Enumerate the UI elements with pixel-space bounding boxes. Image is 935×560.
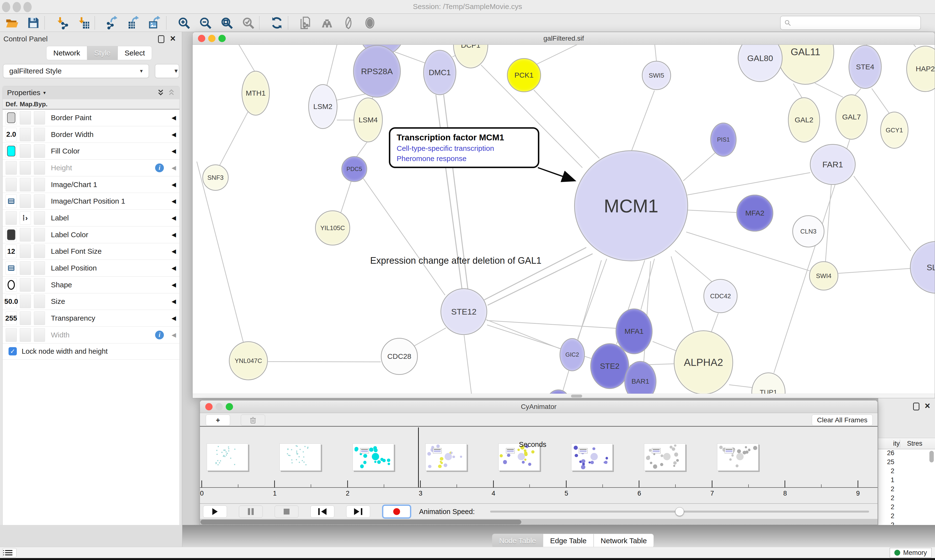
expand-row-icon[interactable]: ◀: [172, 215, 176, 222]
expand-row-icon[interactable]: ◀: [172, 198, 176, 205]
network-edge[interactable]: [395, 52, 428, 65]
network-node-mth1[interactable]: MTH1: [242, 71, 270, 115]
bypass-cell[interactable]: [34, 128, 45, 142]
network-edge[interactable]: [687, 172, 811, 195]
property-row-image-chart-1[interactable]: Image/Chart 1◀: [3, 176, 179, 193]
export-image-icon[interactable]: [148, 16, 162, 30]
tab-node-table[interactable]: Node Table: [492, 534, 543, 548]
network-edge[interactable]: [729, 385, 753, 388]
table-row[interactable]: 1: [878, 476, 935, 485]
bypass-cell[interactable]: [34, 228, 45, 242]
delete-frame-button[interactable]: [241, 414, 265, 426]
network-edge[interactable]: [363, 178, 445, 295]
default-value-cell[interactable]: [6, 261, 17, 275]
network-edge[interactable]: [486, 319, 560, 349]
bypass-cell[interactable]: [34, 161, 45, 175]
network-edge[interactable]: [675, 250, 713, 283]
network-node-hap2[interactable]: HAP2: [906, 46, 935, 92]
tab-select[interactable]: Select: [117, 46, 152, 60]
network-node-ynl047c[interactable]: YNL047C: [229, 341, 268, 380]
export-table-icon[interactable]: [127, 16, 141, 30]
network-node-snf3[interactable]: SNF3: [202, 165, 228, 191]
animation-speed-slider[interactable]: [490, 511, 869, 512]
network-edge[interactable]: [872, 88, 889, 113]
step-back-button[interactable]: [310, 506, 334, 518]
default-value-cell[interactable]: 12: [6, 245, 17, 258]
bypass-cell[interactable]: [34, 278, 45, 292]
network-node-cln3[interactable]: CLN3: [792, 215, 824, 248]
bypass-cell[interactable]: [34, 111, 45, 125]
style-select[interactable]: galFiltered Style ▾: [3, 64, 149, 78]
property-row-width[interactable]: Widthi◀: [3, 327, 179, 343]
zoom-selected-icon[interactable]: [241, 16, 255, 30]
mapping-cell[interactable]: [20, 328, 31, 342]
network-node-swi4[interactable]: SWI4: [809, 261, 838, 291]
mapping-cell[interactable]: [20, 194, 31, 208]
bypass-cell[interactable]: [34, 328, 45, 342]
network-edge[interactable]: [464, 335, 472, 397]
tab-network[interactable]: Network: [46, 46, 87, 60]
table-row[interactable]: 2: [878, 503, 935, 512]
add-frame-button[interactable]: +: [206, 414, 230, 426]
record-button[interactable]: [383, 506, 410, 518]
network-edge[interactable]: [687, 210, 737, 213]
zoom-in-icon[interactable]: [177, 16, 191, 30]
network-canvas[interactable]: DCP1RPS28ADMC1PCK1MTH1LSM2LSM4SNF3PDC5YI…: [193, 45, 935, 398]
network-node-ste4[interactable]: STE4: [849, 45, 882, 89]
network-edge[interactable]: [710, 313, 719, 334]
results-scrollbar[interactable]: [929, 451, 934, 462]
play-button[interactable]: [203, 506, 227, 518]
default-value-cell[interactable]: [6, 228, 17, 242]
property-row-height[interactable]: Heighti◀: [3, 160, 179, 176]
property-row-border-paint[interactable]: Border Paint◀: [3, 109, 179, 126]
frame-thumbnail-6[interactable]: [644, 443, 685, 471]
network-node-mcm1[interactable]: MCM1: [574, 150, 688, 261]
pause-button[interactable]: [239, 506, 263, 518]
frames-timeline[interactable]: 0123456789 Seconds: [200, 428, 878, 503]
network-edge[interactable]: [537, 45, 602, 64]
mapping-cell[interactable]: ⁞›: [20, 211, 31, 225]
frame-thumbnail-2[interactable]: [353, 443, 394, 471]
refresh-icon[interactable]: [270, 16, 284, 30]
info-icon[interactable]: i: [155, 331, 164, 339]
network-window-titlebar[interactable]: galFiltered.sif: [193, 32, 935, 45]
network-edge[interactable]: [683, 152, 716, 181]
mapping-cell[interactable]: [20, 278, 31, 292]
expand-row-icon[interactable]: ◀: [172, 315, 176, 322]
network-node-rps28a[interactable]: RPS28A: [353, 45, 401, 98]
float-panel-icon[interactable]: [158, 35, 164, 43]
table-row[interactable]: 25: [878, 458, 935, 467]
expand-row-icon[interactable]: ◀: [172, 265, 176, 271]
open-folder-icon[interactable]: [5, 16, 19, 30]
bypass-cell[interactable]: [34, 144, 45, 158]
bypass-cell[interactable]: [34, 211, 45, 225]
collapse-all-icon[interactable]: [168, 89, 175, 97]
mapping-cell[interactable]: [20, 178, 31, 191]
mapping-cell[interactable]: [20, 245, 31, 258]
default-value-cell[interactable]: 50.0: [6, 295, 17, 308]
network-node-mfa2[interactable]: MFA2: [736, 195, 773, 232]
expand-row-icon[interactable]: ◀: [172, 131, 176, 138]
default-value-cell[interactable]: [6, 178, 17, 191]
default-value-cell[interactable]: 2.0: [6, 128, 17, 142]
network-edge[interactable]: [793, 83, 803, 99]
network-node-cdc28[interactable]: CDC28: [381, 338, 418, 375]
network-edge[interactable]: [337, 120, 355, 120]
export-network-icon[interactable]: [105, 16, 119, 30]
network-node-far1[interactable]: FAR1: [810, 144, 856, 185]
bypass-cell[interactable]: [34, 295, 45, 308]
network-node-lsm4[interactable]: LSM4: [353, 98, 383, 142]
expand-row-icon[interactable]: ◀: [172, 148, 176, 154]
search-input[interactable]: [780, 16, 921, 30]
network-node-gal80[interactable]: GAL80: [738, 45, 782, 82]
network-node-alpha2[interactable]: ALPHA2: [674, 330, 733, 395]
playhead[interactable]: [418, 428, 419, 487]
float-panel-icon[interactable]: [913, 403, 920, 411]
close-panel-icon[interactable]: ×: [170, 34, 176, 43]
expand-row-icon[interactable]: ◀: [172, 181, 176, 188]
property-row-label-color[interactable]: Label Color◀: [3, 226, 179, 243]
memory-button[interactable]: Memory: [890, 548, 932, 558]
network-node-gcy1[interactable]: GCY1: [880, 112, 909, 149]
network-edge[interactable]: [902, 45, 916, 47]
network-edge[interactable]: [356, 142, 367, 158]
